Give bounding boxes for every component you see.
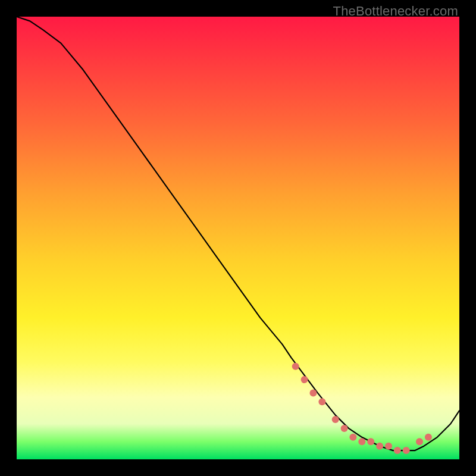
highlight-dot — [403, 447, 410, 454]
highlight-dot — [394, 447, 401, 454]
highlight-dot — [349, 434, 356, 441]
highlight-dot — [367, 438, 374, 445]
highlight-dot — [385, 443, 392, 450]
highlight-dot — [292, 363, 299, 370]
highlight-dots — [292, 363, 432, 454]
gradient-plot-area — [17, 17, 459, 459]
bottleneck-curve — [17, 17, 459, 450]
highlight-dot — [301, 376, 308, 383]
highlight-dot — [318, 398, 325, 405]
chart-svg — [17, 17, 459, 459]
chart-frame: TheBottlenecker.com — [0, 0, 476, 476]
highlight-dot — [341, 425, 348, 432]
highlight-dot — [310, 389, 317, 396]
highlight-dot — [425, 434, 432, 441]
highlight-dot — [358, 438, 365, 445]
watermark-text: TheBottlenecker.com — [333, 4, 458, 19]
highlight-dot — [376, 443, 383, 450]
highlight-dot — [332, 416, 339, 423]
highlight-dot — [416, 438, 423, 445]
